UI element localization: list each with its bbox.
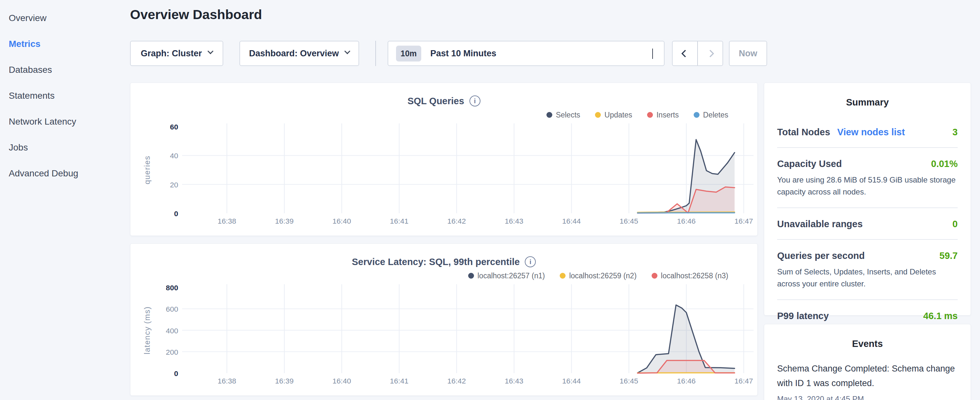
svg-text:800: 800	[166, 284, 178, 292]
sidebar-item-label: Statements	[9, 91, 55, 100]
page-title: Overview Dashboard	[130, 7, 262, 22]
sidebar-item-statements[interactable]: Statements	[0, 83, 129, 109]
legend-label: localhost:26258 (n3)	[661, 271, 728, 280]
legend-dot-icon	[652, 273, 657, 279]
svg-text:20: 20	[170, 180, 178, 189]
now-button[interactable]: Now	[729, 41, 767, 66]
events-title: Events	[777, 324, 958, 349]
graph-scope-dropdown-label: Graph: Cluster	[141, 49, 202, 59]
chevron-right-icon	[706, 49, 714, 57]
graph-scope-dropdown[interactable]: Graph: Cluster	[130, 41, 223, 66]
view-nodes-list-link[interactable]: View nodes list	[837, 127, 905, 137]
events-panel: Events Schema Change Completed: Schema c…	[764, 324, 971, 400]
db-console-page: Overview Metrics Databases Statements Ne…	[0, 0, 980, 400]
chevron-left-icon	[681, 49, 689, 57]
summary-title: Summary	[777, 83, 958, 108]
toolbar-divider	[375, 41, 376, 66]
next-time-button[interactable]	[697, 41, 722, 65]
sidebar-item-network-latency[interactable]: Network Latency	[0, 109, 129, 135]
legend-label: Deletes	[703, 111, 728, 120]
legend-item[interactable]: Selects	[546, 111, 580, 120]
svg-text:queries: queries	[143, 155, 151, 184]
legend-label: Inserts	[657, 111, 679, 120]
legend-item[interactable]: localhost:26258 (n3)	[652, 271, 728, 280]
svg-text:60: 60	[170, 123, 178, 131]
sidebar-item-label: Jobs	[9, 142, 28, 153]
svg-text:16:38: 16:38	[218, 377, 236, 385]
legend-item[interactable]: Inserts	[647, 111, 679, 120]
legend-dot-icon	[595, 112, 601, 118]
time-window-badge: 10m	[396, 46, 421, 62]
sidebar-item-label: Overview	[9, 13, 46, 23]
time-step-buttons	[672, 41, 723, 66]
svg-text:16:43: 16:43	[505, 217, 523, 225]
svg-text:16:42: 16:42	[447, 217, 466, 225]
svg-text:16:46: 16:46	[677, 217, 695, 225]
event-item[interactable]: Schema Change Completed: Schema change w…	[777, 362, 958, 400]
legend-item[interactable]: localhost:26257 (n1)	[468, 271, 545, 280]
svg-text:16:42: 16:42	[447, 377, 466, 385]
summary-row: Queries per second 59.7 Sum of Selects, …	[777, 240, 958, 300]
event-timestamp: May 13, 2020 at 4:45 PM	[777, 395, 958, 400]
svg-text:16:41: 16:41	[390, 377, 408, 385]
summary-row: Total Nodes View nodes list 3	[777, 116, 958, 148]
svg-text:16:40: 16:40	[332, 217, 351, 225]
svg-text:0: 0	[174, 209, 178, 218]
svg-text:200: 200	[166, 348, 178, 356]
summary-row-value: 59.7	[940, 250, 958, 261]
summary-row-description: You are using 28.6 MiB of 515.9 GiB usab…	[777, 174, 958, 198]
summary-row: Unavailable ranges 0	[777, 208, 958, 240]
info-icon[interactable]: i	[469, 96, 480, 107]
legend-item[interactable]: Updates	[595, 111, 632, 120]
legend-label: Selects	[556, 111, 580, 120]
chevron-down-icon	[345, 48, 350, 54]
chart-legend: SelectsUpdatesInsertsDeletes	[130, 108, 757, 122]
legend-label: Updates	[605, 111, 632, 120]
svg-text:0: 0	[174, 369, 178, 378]
svg-text:16:44: 16:44	[562, 377, 581, 385]
summary-row-value: 0	[953, 219, 958, 229]
summary-panel: Summary Total Nodes View nodes list 3 Ca…	[764, 83, 971, 316]
sidebar-item-metrics[interactable]: Metrics	[0, 31, 129, 57]
event-text: Schema Change Completed: Schema change w…	[777, 362, 958, 390]
summary-row-label: Capacity Used	[777, 159, 842, 169]
svg-text:16:44: 16:44	[562, 217, 581, 225]
summary-row-description: Sum of Selects, Updates, Inserts, and De…	[777, 266, 958, 290]
time-window-selector[interactable]: 10m Past 10 Minutes	[388, 41, 665, 66]
legend-label: localhost:26257 (n1)	[477, 271, 545, 280]
chevron-down-icon	[652, 49, 653, 59]
summary-row-value: 46.1 ms	[923, 311, 958, 321]
svg-text:16:40: 16:40	[332, 377, 351, 385]
dashboard-dropdown[interactable]: Dashboard: Overview	[239, 41, 359, 66]
svg-text:40: 40	[170, 151, 178, 160]
legend-dot-icon	[560, 273, 566, 279]
svg-text:16:43: 16:43	[505, 377, 523, 385]
svg-text:latency (ms): latency (ms)	[143, 306, 151, 354]
chevron-down-icon	[207, 48, 213, 54]
sidebar-item-overview[interactable]: Overview	[0, 5, 129, 31]
svg-text:16:38: 16:38	[218, 217, 236, 225]
legend-item[interactable]: Deletes	[694, 111, 728, 120]
prev-time-button[interactable]	[673, 41, 697, 65]
legend-label: localhost:26259 (n2)	[569, 271, 636, 280]
chart-canvas: 16:3816:3916:4016:4116:4216:4316:4416:45…	[130, 282, 757, 396]
info-icon[interactable]: i	[525, 256, 536, 267]
svg-text:16:47: 16:47	[735, 217, 753, 225]
svg-text:16:45: 16:45	[620, 377, 638, 385]
svg-text:16:45: 16:45	[620, 217, 638, 225]
sidebar-item-label: Databases	[9, 65, 52, 75]
legend-item[interactable]: localhost:26259 (n2)	[560, 271, 636, 280]
summary-rows: Total Nodes View nodes list 3 Capacity U…	[777, 116, 958, 332]
summary-row-value: 0.01%	[931, 159, 958, 169]
svg-text:16:39: 16:39	[275, 377, 293, 385]
sidebar-item-jobs[interactable]: Jobs	[0, 135, 129, 161]
chart-title: SQL Queries	[407, 96, 464, 107]
toolbar: Graph: Cluster Dashboard: Overview 10m P…	[130, 41, 842, 66]
sidebar-item-advanced-debug[interactable]: Advanced Debug	[0, 161, 129, 186]
chart-legend: localhost:26257 (n1)localhost:26259 (n2)…	[130, 269, 757, 282]
svg-text:16:41: 16:41	[390, 217, 408, 225]
summary-row-label: Queries per second	[777, 250, 865, 261]
svg-text:600: 600	[166, 305, 178, 313]
sidebar-item-databases[interactable]: Databases	[0, 57, 129, 83]
sql-queries-chart-card: SQL Queries i SelectsUpdatesInsertsDelet…	[130, 83, 758, 236]
